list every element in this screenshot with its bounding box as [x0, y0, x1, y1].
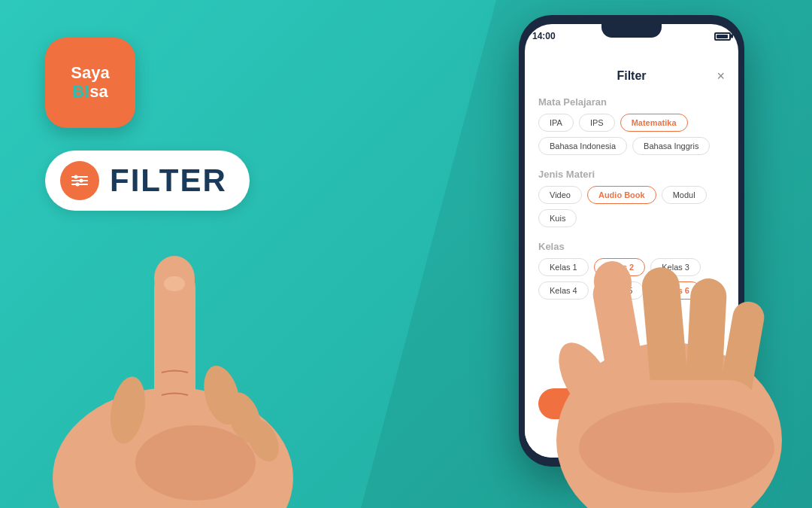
- filter-pill: FILTER: [45, 151, 250, 211]
- svg-point-5: [76, 183, 80, 187]
- chip-ipa[interactable]: IPA: [538, 114, 574, 132]
- battery-icon: [714, 32, 731, 41]
- filter-label: FILTER: [110, 163, 227, 199]
- logo-box: Saya B! sa: [45, 38, 135, 128]
- modal-title: Filter: [617, 69, 646, 83]
- logo-saya: Saya: [71, 64, 109, 82]
- chip-bahasa-indonesia[interactable]: Bahasa Indonesia: [538, 137, 627, 155]
- chip-ips[interactable]: IPS: [579, 114, 615, 132]
- chip-bahasa-inggris[interactable]: Bahasa Inggris: [632, 137, 710, 155]
- svg-point-3: [74, 175, 78, 179]
- status-time: 14:00: [532, 31, 556, 41]
- left-hand-svg: [23, 222, 338, 508]
- filter-icon-circle: [60, 161, 99, 200]
- svg-point-14: [135, 425, 256, 500]
- logo-exclaim: B!: [72, 82, 89, 102]
- left-hand-illustration: [23, 222, 338, 508]
- modal-header: Filter ×: [538, 69, 725, 83]
- mata-pelajaran-chips: IPA IPS Matematika Bahasa Indonesia Baha…: [538, 114, 725, 155]
- right-hand-illustration: [541, 154, 797, 508]
- right-hand-svg: [541, 154, 797, 508]
- logo-bisa: sa: [89, 83, 108, 101]
- mata-pelajaran-title: Mata Pelajaran: [538, 96, 725, 108]
- svg-point-13: [164, 276, 185, 291]
- left-panel: Saya B! sa FILTER: [45, 38, 331, 211]
- close-button[interactable]: ×: [717, 68, 725, 84]
- svg-point-23: [579, 403, 774, 493]
- section-mata-pelajaran: Mata Pelajaran IPA IPS Matematika Bahasa…: [538, 96, 725, 155]
- filter-sliders-icon: [69, 170, 90, 191]
- chip-matematika[interactable]: Matematika: [620, 114, 688, 132]
- status-bar: 14:00: [519, 26, 744, 47]
- svg-point-4: [80, 179, 83, 183]
